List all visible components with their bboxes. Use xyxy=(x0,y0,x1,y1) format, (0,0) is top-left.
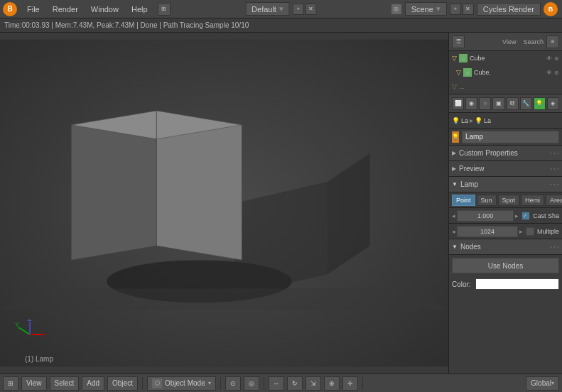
viewport[interactable]: X Y Z (1) Lamp xyxy=(0,33,448,374)
grab-tool-icon[interactable]: ↔ xyxy=(269,376,284,391)
object-path-breadcrumb: 💡 La ▸ 💡 La xyxy=(449,113,562,129)
right-panel: ☰ View Search ≡ ▽ ○ Cube 👁 ⊛ ▽ ○ Cube. 👁 xyxy=(448,33,562,374)
preview-arrow-icon: ▶ xyxy=(452,165,456,172)
viewport-axes: X Y Z xyxy=(14,319,46,352)
scene-selector[interactable]: Scene ▾ xyxy=(405,2,447,16)
path-la1[interactable]: La xyxy=(461,117,468,124)
preview-dots: • • • xyxy=(550,165,559,172)
energy-right-arrow[interactable]: ▸ xyxy=(515,212,519,219)
cast-shadow-label: Cast Sha xyxy=(533,212,559,219)
outliner-cube-label: Cube xyxy=(470,55,485,62)
status-text: Time:00:03.93 | Mem:7.43M, Peak:7.43M | … xyxy=(4,21,249,29)
properties-header: ⬜ ◉ ○ ▣ ⛓ 🔧 💡 ◈ xyxy=(449,94,562,113)
object-menu-button[interactable]: Object xyxy=(107,376,138,391)
outliner-item3-label: ... xyxy=(459,83,465,90)
manipulator-icon[interactable]: ✛ xyxy=(342,376,358,391)
render-engine-selector[interactable]: Cycles Render xyxy=(477,3,541,16)
lamp-type-hemi-button[interactable]: Hemi xyxy=(521,195,544,206)
modifier-properties-icon[interactable]: 🔧 xyxy=(520,97,532,110)
list-item[interactable]: ▽ ○ Cube 👁 ⊛ xyxy=(449,51,562,65)
proportional-edit-button[interactable]: ◎ xyxy=(244,376,259,391)
remove-workspace-icon[interactable]: ✕ xyxy=(306,4,317,15)
multiple-label: Multiple xyxy=(537,228,559,235)
world-properties-icon[interactable]: ○ xyxy=(479,97,491,110)
custom-properties-section[interactable]: ▶ Custom Properties • • • xyxy=(449,146,562,161)
eye2-icon[interactable]: 👁 xyxy=(546,70,552,76)
scale-tool-icon[interactable]: ⇲ xyxy=(306,376,321,391)
list-item[interactable]: ▽ ... xyxy=(449,80,562,94)
samples-right-arrow[interactable]: ▸ xyxy=(519,228,523,235)
custom-properties-label: Custom Properties xyxy=(459,149,518,157)
menu-file[interactable]: File xyxy=(21,4,45,15)
menu-help[interactable]: Help xyxy=(126,4,153,15)
path-la2[interactable]: La xyxy=(484,117,491,124)
scene-properties-icon[interactable]: ◉ xyxy=(465,97,477,110)
global-selector[interactable]: Global ▾ xyxy=(526,376,559,391)
nodes-section: Use Nodes Color: xyxy=(449,255,562,292)
cast-shadow-checkbox[interactable]: ✓ xyxy=(522,212,530,220)
use-nodes-button[interactable]: Use Nodes xyxy=(452,258,559,273)
add-menu-button[interactable]: Add xyxy=(82,376,104,391)
outliner-header: ☰ View Search ≡ xyxy=(449,33,562,51)
constraint-properties-icon[interactable]: ⛓ xyxy=(507,97,519,110)
custom-props-arrow-icon: ▶ xyxy=(452,150,456,156)
search-label[interactable]: Search xyxy=(523,38,544,45)
samples-left-arrow[interactable]: ◂ xyxy=(452,228,455,235)
data-properties-icon[interactable]: 💡 xyxy=(534,97,546,110)
lamp-name-input[interactable] xyxy=(462,131,559,143)
editor-type-icon[interactable]: ⊞ xyxy=(158,3,171,16)
scene-icon: ◎ xyxy=(391,4,402,15)
object-mode-selector[interactable]: ⬡ Object Mode ▾ xyxy=(147,376,216,391)
lamp-path-icon: 💡 xyxy=(452,117,460,124)
material-properties-icon[interactable]: ◈ xyxy=(547,97,559,110)
multiple-checkbox[interactable] xyxy=(526,227,534,236)
list-item[interactable]: ▽ ○ Cube. 👁 ⊛ xyxy=(449,65,562,80)
lamp-arrow-icon: ▼ xyxy=(452,181,458,187)
energy-left-arrow[interactable]: ◂ xyxy=(452,212,455,219)
lamp-type-point-button[interactable]: Point xyxy=(452,195,475,206)
snap-button[interactable]: ⊙ xyxy=(225,376,241,391)
all-scenes-icon[interactable]: ≡ xyxy=(546,36,559,48)
cube-visibility-icon[interactable]: ○ xyxy=(459,54,468,62)
render-icon[interactable]: ⊛ xyxy=(554,55,559,62)
preview-label: Preview xyxy=(459,165,485,173)
svg-text:Z: Z xyxy=(28,319,32,322)
select-menu-button[interactable]: Select xyxy=(50,376,80,391)
bottom-toolbar: ⊞ View Select Add Object ⬡ Object Mode ▾… xyxy=(0,374,562,392)
remove-scene-icon[interactable]: ✕ xyxy=(463,4,474,15)
lamp-type-area-button[interactable]: Area xyxy=(546,195,562,206)
lamp-name-icon: 💡 xyxy=(452,131,459,143)
preview-section[interactable]: ▶ Preview • • • xyxy=(449,161,562,177)
eye-icon[interactable]: 👁 xyxy=(546,55,552,62)
editor-type-button[interactable]: ⊞ xyxy=(3,376,18,391)
menu-window[interactable]: Window xyxy=(85,4,124,15)
add-scene-icon[interactable]: + xyxy=(450,4,461,15)
blender-logo-icon[interactable]: B xyxy=(3,2,17,16)
top-menu-left: B File Render Window Help ⊞ xyxy=(0,2,173,16)
samples-input[interactable]: 1024 xyxy=(457,226,518,237)
rotate-tool-icon[interactable]: ↻ xyxy=(287,376,303,391)
nodes-section-header[interactable]: ▼ Nodes • • • xyxy=(449,239,562,255)
energy-input[interactable]: 1.000 xyxy=(457,210,514,222)
viewport-svg xyxy=(0,33,448,374)
outliner-view-icon[interactable]: ☰ xyxy=(452,36,465,48)
view-label[interactable]: View xyxy=(502,38,516,45)
view-menu-button[interactable]: View xyxy=(21,376,47,391)
lamp-section-header[interactable]: ▼ Lamp • • • xyxy=(449,177,562,192)
nodes-dots: • • • xyxy=(550,244,559,250)
render2-icon[interactable]: ⊛ xyxy=(554,70,559,76)
toolbar-separator3 xyxy=(264,377,264,390)
render-properties-icon[interactable]: ⬜ xyxy=(452,97,464,110)
mesh2-icon: ▽ xyxy=(456,69,461,76)
menu-render[interactable]: Render xyxy=(47,4,84,15)
transform-tool-icon[interactable]: ⊕ xyxy=(324,376,340,391)
lamp-dots: • • • xyxy=(550,181,559,187)
add-workspace-icon[interactable]: + xyxy=(293,4,304,15)
multiple-checkbox-row: Multiple xyxy=(526,227,559,236)
workspace-selector[interactable]: Default ▾ xyxy=(245,2,290,16)
color-swatch[interactable] xyxy=(475,278,559,290)
cube2-visibility-icon[interactable]: ○ xyxy=(463,68,472,77)
lamp-type-sun-button[interactable]: Sun xyxy=(477,195,497,206)
lamp-type-spot-button[interactable]: Spot xyxy=(498,195,520,206)
object-properties-icon[interactable]: ▣ xyxy=(492,97,504,110)
